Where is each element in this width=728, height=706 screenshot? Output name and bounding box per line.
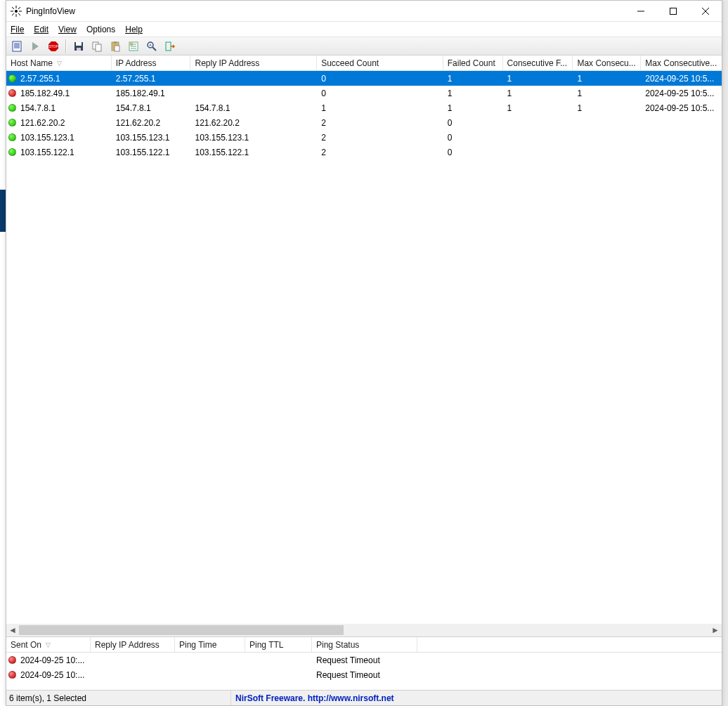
dcell-ttl — [245, 653, 312, 667]
table-row[interactable]: 185.182.49.1185.182.49.101112024-09-25 1… — [6, 86, 722, 100]
cell-succ: 2 — [317, 130, 443, 145]
detail-table-header[interactable]: Sent On▽ Reply IP Address Ping Time Ping… — [6, 637, 722, 653]
scroll-right-icon[interactable]: ► — [709, 624, 722, 636]
cell-consec — [503, 130, 573, 145]
cell-fail: 1 — [443, 86, 503, 100]
main-table-header[interactable]: Host Name▽ IP Address Reply IP Address S… — [6, 55, 722, 71]
svg-marker-18 — [32, 42, 39, 51]
table-row[interactable]: 121.62.20.2121.62.20.2121.62.20.220 — [6, 115, 722, 130]
cell-ip: 121.62.20.2 — [112, 115, 191, 130]
status-dot-icon — [8, 656, 16, 664]
cell-maxts: 2024-09-25 10:5... — [641, 86, 722, 100]
col-max-consecu[interactable]: Max Consecu... — [573, 55, 641, 70]
cell-maxts: 2024-09-25 10:5... — [641, 100, 722, 115]
toolbar: STOP A — [6, 37, 722, 55]
detail-row[interactable]: 2024-09-25 10:...Request Timeout — [6, 653, 722, 667]
properties-icon[interactable] — [126, 39, 141, 54]
menu-edit[interactable]: Edit — [34, 25, 48, 34]
menu-file[interactable]: File — [11, 25, 24, 34]
dcell-time — [175, 653, 245, 667]
find-icon[interactable]: A — [144, 39, 160, 54]
svg-rect-27 — [114, 41, 117, 44]
cell-consec: 1 — [503, 86, 573, 100]
scroll-left-icon[interactable]: ◄ — [6, 624, 19, 636]
main-table: Host Name▽ IP Address Reply IP Address S… — [6, 55, 722, 637]
menu-help[interactable]: Help — [125, 25, 143, 34]
dcol-ping-time[interactable]: Ping Time — [175, 637, 245, 652]
copy-icon[interactable] — [89, 39, 105, 54]
detail-rows[interactable]: 2024-09-25 10:...Request Timeout2024-09-… — [6, 653, 722, 682]
col-failed-count[interactable]: Failed Count — [443, 55, 503, 70]
cell-maxc — [573, 115, 641, 130]
cell-ip: 2.57.255.1 — [112, 71, 191, 86]
svg-rect-22 — [76, 42, 82, 46]
col-reply-ip[interactable]: Reply IP Address — [190, 55, 317, 70]
app-window: PingInfoView File Edit View Options Help… — [6, 0, 722, 706]
scroll-track[interactable] — [19, 624, 709, 636]
col-ip-address[interactable]: IP Address — [112, 55, 191, 70]
dcol-reply-ip[interactable]: Reply IP Address — [91, 637, 175, 652]
svg-text:STOP: STOP — [48, 44, 58, 48]
sort-arrow-icon: ▽ — [46, 641, 51, 648]
svg-rect-25 — [96, 44, 101, 51]
dcell-ttl — [245, 667, 312, 682]
titlebar[interactable]: PingInfoView — [6, 1, 722, 22]
svg-line-8 — [12, 13, 14, 15]
app-icon — [11, 6, 22, 17]
col-max-consecutive-ts[interactable]: Max Consecutive... — [641, 55, 722, 70]
svg-rect-37 — [166, 42, 171, 51]
menu-options[interactable]: Options — [86, 25, 115, 34]
paste-icon[interactable] — [108, 39, 123, 54]
status-dot-icon — [8, 74, 16, 82]
dcol-sent-on[interactable]: Sent On▽ — [6, 637, 91, 652]
cell-consec: 1 — [503, 71, 573, 86]
minimize-button[interactable] — [625, 1, 657, 22]
cell-ip: 103.155.123.1 — [112, 130, 191, 145]
stop-icon[interactable]: STOP — [46, 39, 61, 54]
detail-row[interactable]: 2024-09-25 10:...Request Timeout — [6, 667, 722, 682]
main-rows[interactable]: 2.57.255.12.57.255.101112024-09-25 10:5.… — [6, 71, 722, 624]
document-icon[interactable] — [9, 39, 25, 54]
svg-text:A: A — [149, 43, 152, 47]
col-host-name[interactable]: Host Name▽ — [6, 55, 112, 70]
cell-fail: 1 — [443, 71, 503, 86]
cell-reply: 121.62.20.2 — [190, 115, 317, 130]
cell-host: 121.62.20.2 — [20, 118, 65, 128]
table-row[interactable]: 154.7.8.1154.7.8.1154.7.8.111112024-09-2… — [6, 100, 722, 115]
dcol-ping-status[interactable]: Ping Status — [312, 637, 417, 652]
exit-icon[interactable] — [162, 39, 178, 54]
cell-maxc — [573, 130, 641, 145]
svg-point-0 — [15, 10, 18, 13]
cell-maxc: 1 — [573, 100, 641, 115]
table-row[interactable]: 2.57.255.12.57.255.101112024-09-25 10:5.… — [6, 71, 722, 86]
status-dot-icon — [8, 148, 16, 156]
cell-maxts — [641, 130, 722, 145]
save-icon[interactable] — [71, 39, 86, 54]
table-row[interactable]: 103.155.122.1103.155.122.1103.155.122.12… — [6, 145, 722, 159]
status-count: 6 item(s), 1 Selected — [6, 691, 231, 705]
maximize-button[interactable] — [657, 1, 689, 22]
cell-consec: 1 — [503, 100, 573, 115]
cell-fail: 0 — [443, 145, 503, 159]
cell-reply: 103.155.122.1 — [190, 145, 317, 159]
horizontal-scrollbar[interactable]: ◄ ► — [6, 624, 722, 636]
col-consecutive-f[interactable]: Consecutive F... — [503, 55, 573, 70]
menu-view[interactable]: View — [58, 25, 77, 34]
status-dot-icon — [8, 89, 16, 97]
col-succeed-count[interactable]: Succeed Count — [317, 55, 443, 70]
cell-reply: 154.7.8.1 — [190, 100, 317, 115]
cell-consec — [503, 115, 573, 130]
close-button[interactable] — [689, 1, 722, 22]
scroll-thumb[interactable] — [19, 625, 344, 635]
cell-succ: 1 — [317, 100, 443, 115]
cell-maxts — [641, 145, 722, 159]
table-row[interactable]: 103.155.123.1103.155.123.1103.155.123.12… — [6, 130, 722, 145]
dcell-reply — [91, 653, 175, 667]
status-credit[interactable]: NirSoft Freeware. http://www.nirsoft.net — [231, 693, 394, 703]
status-dot-icon — [8, 133, 16, 141]
cell-consec — [503, 145, 573, 159]
cell-ip: 154.7.8.1 — [112, 100, 191, 115]
dcol-ping-ttl[interactable]: Ping TTL — [245, 637, 312, 652]
cell-reply — [190, 86, 317, 100]
play-icon[interactable] — [27, 39, 43, 54]
